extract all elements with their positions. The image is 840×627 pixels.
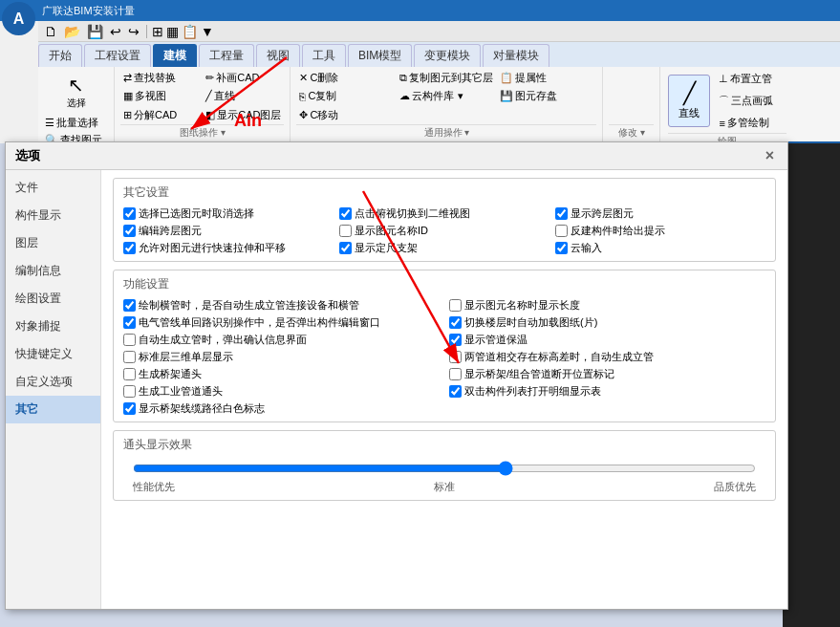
c-copy-btn[interactable]: ⎘C复制 [296,88,396,106]
cb-gen-industry-input[interactable] [123,385,136,398]
cb-auto-gen-pipe2: 两管道相交存在标高差时，自动生成立管 [449,350,765,364]
ribbon-group-drawing: ⇄查找替换 ✏补画CAD ▦多视图 ╱直线 ⊞分解CAD ◧显示CAD图层 图纸… [115,67,291,141]
cb-quick-stretch-input[interactable] [123,242,136,254]
cb-auto-gen-pipe2-input[interactable] [449,351,462,363]
sidebar-item-draw[interactable]: 绘图设置 [6,285,100,313]
toolbar-extra3[interactable]: 📋 [182,24,198,39]
dialog-sidebar: 文件 构件显示 图层 编制信息 绘图设置 对象捕捉 快捷键定义 自定义选项 其它 [6,170,101,609]
tab-view[interactable]: 视图 [256,44,300,67]
save-btn[interactable]: 💾 [85,24,105,39]
split-cad-btn[interactable]: ⊞分解CAD [120,106,202,124]
c-delete-btn[interactable]: ✕C删除 [296,69,396,87]
sidebar-item-file[interactable]: 文件 [6,174,100,202]
cb-cross-layer-input[interactable] [555,207,568,220]
dialog-close-btn[interactable]: × [762,147,778,164]
cb-edit-cross: 编辑跨层图元 [123,224,334,238]
cb-layer3d: 标准层三维单层显示 [123,350,440,364]
cb-auto-gen-pipe-input[interactable] [123,299,136,312]
quality-slider[interactable] [133,461,756,476]
sidebar-item-layer[interactable]: 图层 [6,229,100,257]
cb-gen-bridge-input[interactable] [123,368,136,380]
cb-dimension: 显示定尺支架 [339,241,549,255]
tab-bim[interactable]: BIM模型 [348,44,412,67]
show-cad-layer-btn[interactable]: ◧显示CAD图层 [203,106,284,124]
supplement-cad-btn[interactable]: ✏补画CAD [203,69,284,87]
ribbon-group-label-modify: 修改 ▾ [609,124,654,140]
sidebar-item-shortcut[interactable]: 快捷键定义 [6,340,100,368]
tab-quantity[interactable]: 工程量 [199,44,254,67]
multi-pipe-btn[interactable]: ≡多管绘制 [714,113,778,133]
cb-auto-gen-confirm-input[interactable] [123,334,136,346]
pass-display-section: 通头显示效果 性能优先 标准 品质优先 [113,430,776,501]
cb-electric-loop: 电气管线单回路识别操作中，是否弹出构件编辑窗口 [123,315,440,330]
redo-btn[interactable]: ↪ [126,24,141,39]
cb-show-name-id-input[interactable] [339,225,352,237]
toolbar-extra[interactable]: ⊞ [152,24,163,39]
cb-show-pipe-temp-input[interactable] [449,334,462,346]
slider-label-right: 品质优先 [714,480,756,494]
cb-show-name-len-input[interactable] [449,299,462,312]
cb-cross-layer: 显示跨层图元 [555,206,765,221]
cb-auto-gen-confirm: 自动生成立管时，弹出确认信息界面 [123,333,440,347]
cb-double-click-input[interactable] [449,385,462,398]
find-replace-btn[interactable]: ⇄查找替换 [120,69,202,87]
prop-btn[interactable]: 📋提属性 [497,69,596,87]
cloud-lib-btn[interactable]: ☁云构件库 ▾ [397,88,496,106]
layout-riser-btn[interactable]: ⊥布置立管 [714,69,778,89]
cb-deselect-input[interactable] [123,207,136,220]
draw-line-btn-large[interactable]: ╱ 直线 [668,75,710,127]
cb-click-2d-input[interactable] [339,207,352,220]
line-btn[interactable]: ╱直线 [203,88,284,106]
cb-show-pipe-temp: 显示管道保温 [449,333,765,347]
cb-edit-cross-input[interactable] [123,225,136,237]
ribbon-group-label-drawing: 图纸操作 ▾ [120,124,284,140]
open-btn[interactable]: 📂 [62,24,82,39]
cb-cloud-import-input[interactable] [555,242,568,254]
cb-layer3d-input[interactable] [123,351,136,363]
copy-element-btn[interactable]: ⧉复制图元到其它层 [397,69,496,87]
three-point-arc-btn[interactable]: ⌒三点画弧 [714,91,778,111]
tab-tools[interactable]: 工具 [302,44,346,67]
cb-show-bridge-path-input[interactable] [123,402,136,415]
tab-build[interactable]: 建模 [153,44,197,67]
select-large-btn[interactable]: ↖ 选择 [42,69,110,115]
dialog-main-content: 其它设置 选择已选图元时取消选择 点击俯视切换到二维视图 显示跨层图元 [101,170,787,609]
tab-compare[interactable]: 对量模块 [483,44,549,67]
cb-show-bridge-open-input[interactable] [449,368,462,380]
toolbar-sep [146,25,147,38]
tab-project[interactable]: 工程设置 [84,44,151,67]
toolbar-extra4[interactable]: ▼ [201,24,214,39]
function-settings-section: 功能设置 绘制横管时，是否自动生成立管连接设备和横管 显示图元名称时显示长度 电… [113,270,776,422]
cb-show-bridge-open: 显示桥架/组合管道断开位置标记 [449,367,765,381]
sidebar-item-custom[interactable]: 自定义选项 [6,368,100,396]
ribbon-group-general: ✕C删除 ⧉复制图元到其它层 📋提属性 ⎘C复制 ☁云构件库 ▾ 💾图元存盘 ✥… [291,67,603,141]
sidebar-item-other[interactable]: 其它 [6,396,100,423]
toolbar-extra2[interactable]: ▦ [166,24,179,39]
sidebar-item-component[interactable]: 构件显示 [6,202,100,229]
ribbon-group-label-general: 通用操作 ▾ [296,124,596,140]
slider-label-mid: 标准 [434,480,455,494]
sidebar-item-snap[interactable]: 对象捕捉 [6,313,100,340]
undo-btn[interactable]: ↩ [108,24,123,39]
new-btn[interactable]: 🗋 [42,24,59,39]
cb-electric-loop-input[interactable] [123,316,136,329]
c-move-btn[interactable]: ✥C移动 [296,106,396,124]
cb-click-2d: 点击俯视切换到二维视图 [339,206,549,221]
batch-select-btn[interactable]: ☰批量选择 [42,115,110,131]
cb-reverse: 反建构件时给出提示 [555,224,765,238]
cb-show-name-id: 显示图元名称ID [339,224,549,238]
cb-show-bridge-path: 显示桥架线缆路径白色标志 [123,401,440,416]
cb-auto-switch-floor-input[interactable] [449,316,462,329]
cb-dimension-input[interactable] [339,242,352,254]
cb-reverse-input[interactable] [555,225,568,237]
sidebar-item-editinfo[interactable]: 编制信息 [6,257,100,285]
save-element-btn[interactable]: 💾图元存盘 [497,88,596,106]
tab-start[interactable]: 开始 [38,44,82,67]
tab-change[interactable]: 变更模块 [414,44,481,67]
cb-auto-gen-pipe: 绘制横管时，是否自动生成立管连接设备和横管 [123,298,440,313]
ribbon-group-select: ↖ 选择 ☰批量选择 🔍查找图元 ↗拾取构件 选择 ▾ [38,67,115,141]
app-logo: A [2,2,35,35]
dialog-header: 选项 × [6,142,787,170]
multi-view-btn[interactable]: ▦多视图 [120,88,202,106]
other-settings-section: 其它设置 选择已选图元时取消选择 点击俯视切换到二维视图 显示跨层图元 [113,178,776,262]
